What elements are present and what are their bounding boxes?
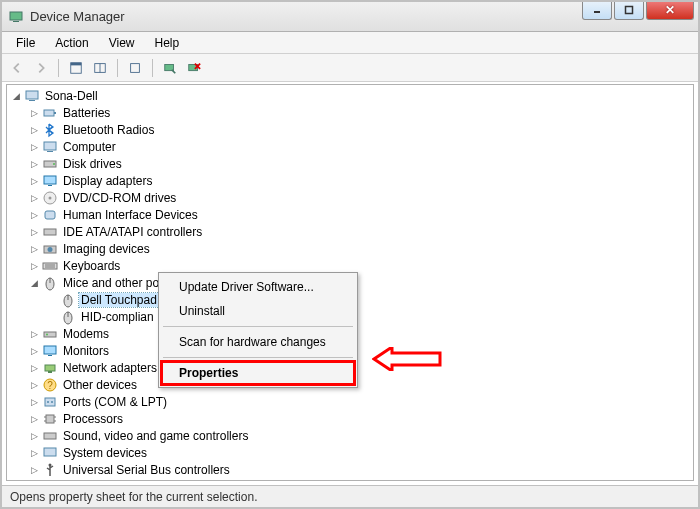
expander-icon[interactable]: ▷: [29, 226, 40, 237]
svg-rect-55: [44, 448, 56, 456]
tree-item-hid-mouse[interactable]: HID-complian: [43, 308, 693, 325]
device-category-icon: [42, 326, 58, 342]
svg-rect-22: [48, 185, 52, 186]
svg-rect-1: [13, 21, 19, 22]
menu-action[interactable]: Action: [45, 34, 98, 52]
svg-rect-0: [10, 12, 22, 20]
menu-help[interactable]: Help: [145, 34, 190, 52]
svg-rect-16: [54, 112, 56, 114]
expander-icon[interactable]: ▷: [29, 175, 40, 186]
expander-icon[interactable]: ▷: [29, 124, 40, 135]
expander-icon[interactable]: ▷: [29, 107, 40, 118]
expander-icon[interactable]: ▷: [29, 192, 40, 203]
toolbar-separator: [152, 59, 153, 77]
minimize-button[interactable]: [582, 0, 612, 20]
expander-icon[interactable]: ▷: [29, 464, 40, 475]
expander-icon[interactable]: ▷: [29, 413, 40, 424]
expander-icon[interactable]: ▷: [29, 158, 40, 169]
maximize-button[interactable]: [614, 0, 644, 20]
expander-icon[interactable]: ▷: [29, 260, 40, 271]
tree-category[interactable]: ▷Display adapters: [25, 172, 693, 189]
svg-rect-54: [44, 433, 56, 439]
tree-label: System devices: [61, 446, 149, 460]
ctx-properties[interactable]: Properties: [161, 361, 355, 385]
expander-spacer: [47, 311, 58, 322]
tree-label: Processors: [61, 412, 125, 426]
uninstall-button[interactable]: [183, 57, 205, 79]
titlebar: Device Manager ✕: [2, 2, 698, 32]
tree-label: Dell Touchpad: [79, 293, 159, 307]
ctx-scan-hardware[interactable]: Scan for hardware changes: [161, 330, 355, 354]
svg-rect-21: [44, 176, 56, 184]
toolbar-btn-2[interactable]: [89, 57, 111, 79]
tree-category-mice[interactable]: ◢ Mice and other pointing devices: [25, 274, 693, 291]
tree-label: Other devices: [61, 378, 139, 392]
tree-category[interactable]: ▷Monitors: [25, 342, 693, 359]
menubar: File Action View Help: [2, 32, 698, 54]
expander-icon[interactable]: ▷: [29, 328, 40, 339]
window-title: Device Manager: [30, 9, 125, 24]
close-button[interactable]: ✕: [646, 0, 694, 20]
menu-view[interactable]: View: [99, 34, 145, 52]
expander-icon[interactable]: ▷: [29, 362, 40, 373]
tree-label: Modems: [61, 327, 111, 341]
toolbar-btn-3[interactable]: [124, 57, 146, 79]
device-category-icon: [42, 360, 58, 376]
svg-rect-41: [48, 355, 52, 356]
tree-category[interactable]: ▷Batteries: [25, 104, 693, 121]
expander-icon[interactable]: ▷: [29, 243, 40, 254]
nav-forward-button[interactable]: [30, 57, 52, 79]
tree-root-label: Sona-Dell: [43, 89, 100, 103]
svg-rect-40: [44, 346, 56, 354]
expander-icon[interactable]: ◢: [11, 90, 22, 101]
expander-icon[interactable]: ◢: [29, 277, 40, 288]
svg-rect-18: [47, 151, 53, 152]
ctx-update-driver[interactable]: Update Driver Software...: [161, 275, 355, 299]
tree-item-dell-touchpad[interactable]: Dell Touchpad: [43, 291, 693, 308]
tree-label: Imaging devices: [61, 242, 152, 256]
device-category-icon: [42, 207, 58, 223]
ctx-uninstall[interactable]: Uninstall: [161, 299, 355, 323]
tree-category[interactable]: ▷IDE ATA/ATAPI controllers: [25, 223, 693, 240]
expander-icon[interactable]: ▷: [29, 379, 40, 390]
tree-category[interactable]: ▷?Other devices: [25, 376, 693, 393]
tree-root[interactable]: ◢ Sona-Dell: [7, 87, 693, 104]
svg-rect-42: [45, 365, 55, 371]
svg-rect-43: [48, 371, 52, 373]
tree-category[interactable]: ▷Human Interface Devices: [25, 206, 693, 223]
expander-icon[interactable]: ▷: [29, 396, 40, 407]
svg-point-24: [49, 196, 52, 199]
tree-category[interactable]: ▷Bluetooth Radios: [25, 121, 693, 138]
tree-category[interactable]: ▷Universal Serial Bus controllers: [25, 461, 693, 478]
tree-category[interactable]: ▷Imaging devices: [25, 240, 693, 257]
scan-hardware-button[interactable]: [159, 57, 181, 79]
tree-category[interactable]: ▷Disk drives: [25, 155, 693, 172]
svg-rect-17: [44, 142, 56, 150]
tree-category[interactable]: ▷Modems: [25, 325, 693, 342]
expander-icon[interactable]: ▷: [29, 447, 40, 458]
expander-spacer: [47, 294, 58, 305]
expander-icon[interactable]: ▷: [29, 430, 40, 441]
tree-category[interactable]: ▷System devices: [25, 444, 693, 461]
tree-category[interactable]: ▷Processors: [25, 410, 693, 427]
toolbar-btn-1[interactable]: [65, 57, 87, 79]
annotation-arrow: [372, 347, 442, 371]
device-category-icon: [42, 445, 58, 461]
toolbar: [2, 54, 698, 82]
svg-point-20: [53, 163, 55, 165]
tree-category[interactable]: ▷Keyboards: [25, 257, 693, 274]
tree-category[interactable]: ▷Ports (COM & LPT): [25, 393, 693, 410]
expander-icon[interactable]: ▷: [29, 141, 40, 152]
tree-category[interactable]: ▷Computer: [25, 138, 693, 155]
nav-back-button[interactable]: [6, 57, 28, 79]
tree-category[interactable]: ▷Sound, video and game controllers: [25, 427, 693, 444]
app-icon: [8, 9, 24, 25]
svg-rect-46: [45, 398, 55, 406]
tree-category[interactable]: ▷Network adapters: [25, 359, 693, 376]
device-category-icon: ?: [42, 377, 58, 393]
menu-file[interactable]: File: [6, 34, 45, 52]
svg-rect-15: [44, 110, 54, 116]
expander-icon[interactable]: ▷: [29, 209, 40, 220]
tree-category[interactable]: ▷DVD/CD-ROM drives: [25, 189, 693, 206]
expander-icon[interactable]: ▷: [29, 345, 40, 356]
